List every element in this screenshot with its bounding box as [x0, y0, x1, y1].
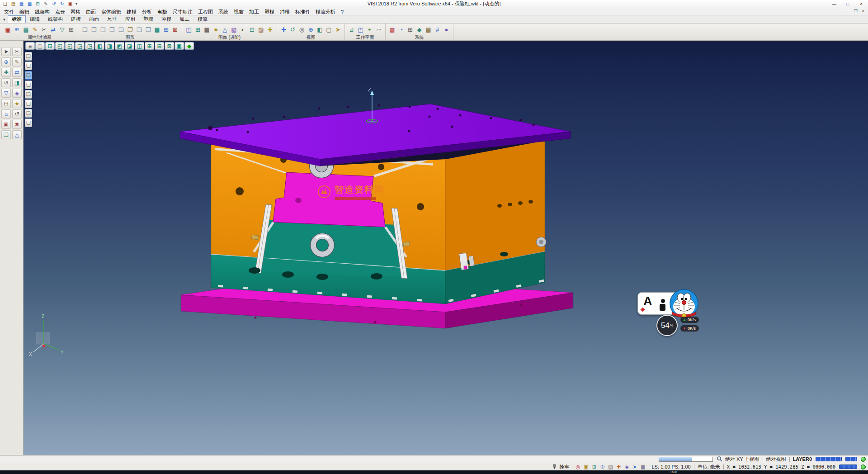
viewport[interactable]: Z Z X Y ≡▢⊡◰◱◲◳◧◨◩◪◫⊞⊟⊠▣◆ ❏❏❏❏❏❏❏❏ [24, 41, 868, 455]
wireframe-mode[interactable]: ⊞ [193, 25, 202, 34]
section-view[interactable]: △ [221, 25, 229, 34]
doc-slot-5[interactable]: ❏ [25, 90, 32, 99]
snapshot[interactable]: ⊞ [162, 25, 170, 34]
orbit[interactable]: ↺ [288, 25, 297, 34]
view-left[interactable]: ◧ [95, 42, 104, 50]
clipboard-6[interactable]: ❐ [126, 25, 134, 34]
plus-status[interactable]: ✚ [615, 464, 622, 470]
ribbon-tab[interactable]: 曲面 [85, 15, 103, 23]
menu-item[interactable]: 模流分析 [313, 8, 338, 15]
doc-slot-4[interactable]: ❏ [25, 81, 32, 89]
menu-item[interactable]: 网格 [68, 8, 83, 15]
doc-slot-3[interactable]: ❏ [25, 71, 32, 80]
clipboard-7[interactable]: ❑ [135, 25, 143, 34]
zoom-all[interactable]: ✚ [279, 25, 288, 34]
view-top[interactable]: ◰ [55, 42, 65, 50]
clipboard-4[interactable]: ❒ [108, 25, 116, 34]
half-view[interactable]: ◧ [316, 25, 324, 34]
material[interactable]: ▨ [257, 25, 265, 34]
menu-item[interactable]: 视窗 [231, 8, 246, 15]
plane-free[interactable]: ▱ [374, 25, 383, 34]
close-button[interactable]: × [854, 0, 868, 8]
menu-item[interactable]: 编辑 [17, 8, 32, 15]
table-status[interactable]: ▦ [639, 464, 646, 470]
swap-tool[interactable]: ⇄ [12, 68, 22, 77]
qat-open[interactable]: ▤ [9, 0, 17, 7]
view-bottom[interactable]: ◱ [65, 42, 75, 50]
next-view[interactable]: ➤ [334, 25, 342, 34]
network-monitor-widget[interactable]: A 54% ▲0K [637, 289, 732, 361]
qat-caret-icon[interactable]: ▾ [74, 2, 79, 6]
qat-save-all[interactable]: ▩ [26, 0, 33, 7]
menu-item[interactable]: 工程图 [195, 8, 216, 15]
maximize-button[interactable]: □ [841, 0, 854, 8]
palette[interactable]: ▩ [388, 25, 396, 34]
view-mode-label[interactable]: 绝对视图 [766, 456, 786, 463]
menu-item[interactable]: 点云 [52, 8, 68, 15]
clipboard-2[interactable]: ❐ [90, 25, 98, 34]
menu-item[interactable]: 加工 [246, 8, 262, 15]
texture[interactable]: ▧ [230, 25, 238, 34]
viewport-canvas[interactable]: Z Z X Y [24, 41, 868, 455]
active-layer-label[interactable]: LAYER0 [793, 456, 812, 462]
qat-undo[interactable]: ↺ [50, 0, 58, 7]
cut-tool[interactable]: ✂ [12, 47, 22, 56]
target-status[interactable]: ◎ [574, 464, 581, 470]
view-orientation-label[interactable]: 绝对 XY 上视图 [725, 456, 760, 463]
render[interactable]: ⊡ [248, 25, 256, 34]
zoom-search-icon[interactable] [717, 456, 723, 462]
view-target[interactable]: ◎ [297, 25, 306, 34]
swatch-status[interactable]: ▣ [582, 464, 590, 470]
undo-view[interactable]: ↺ [12, 109, 22, 118]
add-point[interactable]: ✚ [1, 68, 11, 77]
clipboard-3[interactable]: ❑ [99, 25, 107, 34]
menu-item[interactable]: 线架构 [32, 8, 52, 15]
sketch-tool[interactable]: ✎ [12, 57, 22, 66]
snap-settings[interactable]: ◆ [415, 25, 424, 34]
minimize-button[interactable]: — [827, 0, 841, 8]
clipboard-1[interactable]: ❏ [80, 25, 89, 34]
diamond-status[interactable]: ◈ [623, 464, 630, 470]
layer-manager[interactable]: ▤ [22, 25, 30, 34]
qat-edit[interactable]: ✎ [42, 0, 50, 7]
menu-item[interactable]: 电极 [155, 8, 170, 15]
delete-graphic[interactable]: ⊠ [171, 25, 179, 34]
menu-item[interactable]: 尺寸标注 [170, 8, 195, 15]
percent-indicator[interactable]: 54% [656, 315, 678, 336]
view-menu[interactable]: ≡ [25, 42, 35, 50]
menu-item[interactable]: 实体编辑 [99, 8, 124, 15]
menu-item[interactable]: 建模 [124, 8, 139, 15]
view-sw[interactable]: ◫ [135, 42, 144, 50]
mdi-minimize[interactable]: — [845, 9, 849, 13]
menu-item[interactable]: 系统 [216, 8, 231, 15]
view-back[interactable]: ◳ [85, 42, 94, 50]
shade-mode[interactable]: ◫ [184, 25, 193, 34]
view-blank[interactable]: ▢ [35, 42, 45, 50]
trim-tool[interactable]: ✂ [40, 25, 48, 34]
menu-item[interactable]: 冲模 [277, 8, 292, 15]
lock-label[interactable]: 拴牢 [559, 464, 569, 470]
ribbon-tab[interactable]: 塑膜 [139, 15, 157, 23]
ribbon-tab[interactable]: 模流 [193, 15, 212, 23]
grid-status[interactable]: ⊞ [590, 464, 598, 470]
calculator[interactable]: ⊞ [406, 25, 415, 34]
view-shaded[interactable]: ◆ [184, 42, 194, 50]
database[interactable]: ▤ [424, 25, 433, 34]
qat-save[interactable]: ▦ [18, 0, 25, 7]
filter-tool[interactable]: ▽ [1, 89, 11, 98]
view-se[interactable]: ⊞ [145, 42, 154, 50]
zoom-in[interactable]: ⊕ [307, 25, 315, 34]
cursor-status[interactable]: ➤ [631, 464, 638, 470]
ribbon-tab[interactable]: 建模 [67, 15, 85, 23]
ribbon-tab[interactable]: 编辑 [26, 15, 44, 23]
menu-item[interactable]: 文件 [1, 8, 17, 15]
ribbon-tab[interactable]: 加工 [175, 15, 193, 23]
swap-filter[interactable]: ⇄ [49, 25, 57, 34]
select-tool[interactable]: ➤ [1, 47, 11, 56]
tab-dropdown-icon[interactable]: ▼ [1, 16, 8, 23]
menu-item[interactable]: 塑模 [262, 8, 277, 15]
qat-props[interactable]: ▣ [66, 0, 74, 7]
favorite-tool[interactable]: ★ [12, 99, 22, 108]
doc-slot-6[interactable]: ❏ [25, 100, 32, 108]
mdi-close[interactable]: × [862, 9, 864, 13]
